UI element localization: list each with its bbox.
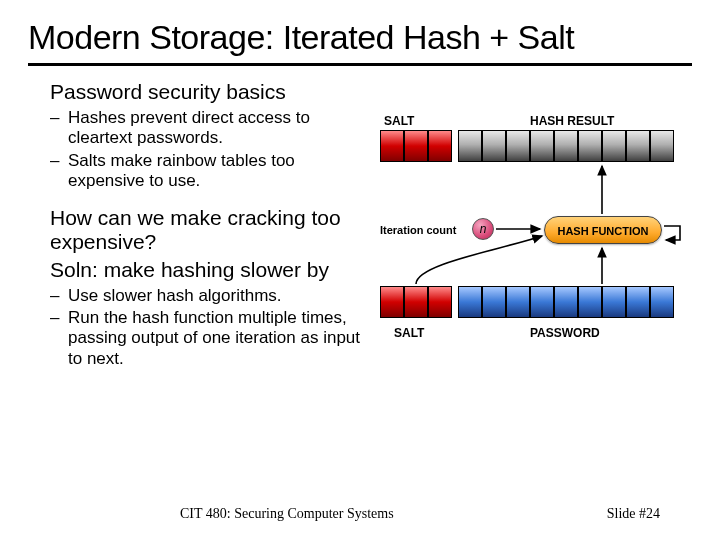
diagram-column: SALT HASH RESULT — [380, 80, 690, 383]
salt-block — [404, 130, 428, 162]
salt-block — [428, 286, 452, 318]
hash-block — [626, 130, 650, 162]
hash-function-box: HASH FUNCTION — [544, 216, 662, 244]
bullet-item: Salts make rainbow tables too expensive … — [68, 151, 368, 192]
password-block — [482, 286, 506, 318]
section2-answer: Soln: make hashing slower by — [50, 258, 368, 282]
salt-block — [404, 286, 428, 318]
hash-block — [602, 130, 626, 162]
password-block — [602, 286, 626, 318]
footer-slide-number: Slide #24 — [607, 506, 660, 522]
password-block — [554, 286, 578, 318]
salt-block — [428, 130, 452, 162]
slide: Modern Storage: Iterated Hash + Salt Pas… — [0, 0, 720, 540]
password-block — [650, 286, 674, 318]
footer-course: CIT 480: Securing Computer Systems — [180, 506, 394, 522]
hash-block — [650, 130, 674, 162]
password-block — [458, 286, 482, 318]
hash-block — [578, 130, 602, 162]
section2-bullets: Use slower hash algorithms. Run the hash… — [50, 286, 368, 370]
password-blocks — [458, 286, 674, 318]
body-area: Password security basics Hashes prevent … — [28, 80, 692, 383]
bottom-salt-blocks — [380, 286, 452, 318]
salt-block — [380, 130, 404, 162]
label-hash-result: HASH RESULT — [530, 114, 614, 128]
hash-block — [530, 130, 554, 162]
bullet-item: Run the hash function multiple times, pa… — [68, 308, 368, 369]
slide-title: Modern Storage: Iterated Hash + Salt — [28, 18, 692, 66]
hash-block — [506, 130, 530, 162]
label-salt-top: SALT — [384, 114, 414, 128]
section2-question: How can we make cracking too expensive? — [50, 206, 368, 254]
slide-footer: CIT 480: Securing Computer Systems Slide… — [0, 506, 720, 522]
password-block — [506, 286, 530, 318]
password-block — [578, 286, 602, 318]
label-salt-bottom: SALT — [394, 326, 424, 340]
password-block — [530, 286, 554, 318]
section1-bullets: Hashes prevent direct access to cleartex… — [50, 108, 368, 192]
hash-block — [554, 130, 578, 162]
bullet-item: Use slower hash algorithms. — [68, 286, 368, 306]
hash-block — [482, 130, 506, 162]
iteration-circle: n — [472, 218, 494, 240]
hash-block — [458, 130, 482, 162]
label-password: PASSWORD — [530, 326, 600, 340]
bullet-item: Hashes prevent direct access to cleartex… — [68, 108, 368, 149]
label-iteration-count: Iteration count — [380, 224, 456, 236]
hash-result-blocks — [458, 130, 674, 162]
password-block — [626, 286, 650, 318]
top-salt-blocks — [380, 130, 452, 162]
hash-diagram: SALT HASH RESULT — [380, 114, 690, 374]
text-column: Password security basics Hashes prevent … — [28, 80, 368, 383]
salt-block — [380, 286, 404, 318]
section1-heading: Password security basics — [50, 80, 368, 104]
